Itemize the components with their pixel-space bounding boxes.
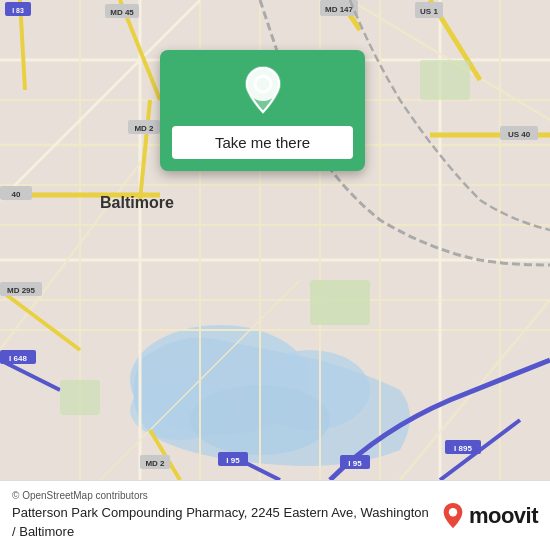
take-me-there-button[interactable]: Take me there [172, 126, 353, 159]
svg-text:US 1: US 1 [420, 7, 438, 16]
bottom-info: © OpenStreetMap contributors Patterson P… [12, 490, 431, 540]
svg-text:MD 2: MD 2 [145, 459, 165, 468]
svg-text:I 83: I 83 [12, 7, 24, 14]
osm-credit-text: © OpenStreetMap contributors [12, 490, 148, 501]
svg-text:I 95: I 95 [226, 456, 240, 465]
moovit-logo: moovit [441, 502, 538, 530]
svg-rect-65 [60, 380, 100, 415]
moovit-brand-label: moovit [469, 503, 538, 529]
moovit-pin-icon [441, 502, 465, 530]
map-container: MD 147 US 1 MD 45 I 83 MD 2 40 US 40 I 9… [0, 0, 550, 480]
bottom-bar: © OpenStreetMap contributors Patterson P… [0, 480, 550, 550]
place-name: Patterson Park Compounding Pharmacy, 224… [12, 504, 431, 540]
svg-text:I 648: I 648 [9, 354, 27, 363]
location-pin-icon [243, 66, 283, 116]
svg-rect-63 [310, 280, 370, 325]
svg-text:MD 2: MD 2 [134, 124, 154, 133]
svg-point-69 [449, 508, 457, 516]
svg-text:I 895: I 895 [454, 444, 472, 453]
svg-rect-64 [420, 60, 470, 100]
svg-text:US 40: US 40 [508, 130, 531, 139]
svg-text:MD 295: MD 295 [7, 286, 36, 295]
svg-text:MD 45: MD 45 [110, 8, 134, 17]
popup-card: Take me there [160, 50, 365, 171]
svg-text:I 95: I 95 [348, 459, 362, 468]
osm-credit: © OpenStreetMap contributors [12, 490, 431, 501]
svg-text:Baltimore: Baltimore [100, 194, 174, 211]
svg-text:MD 147: MD 147 [325, 5, 354, 14]
svg-text:40: 40 [12, 190, 21, 199]
